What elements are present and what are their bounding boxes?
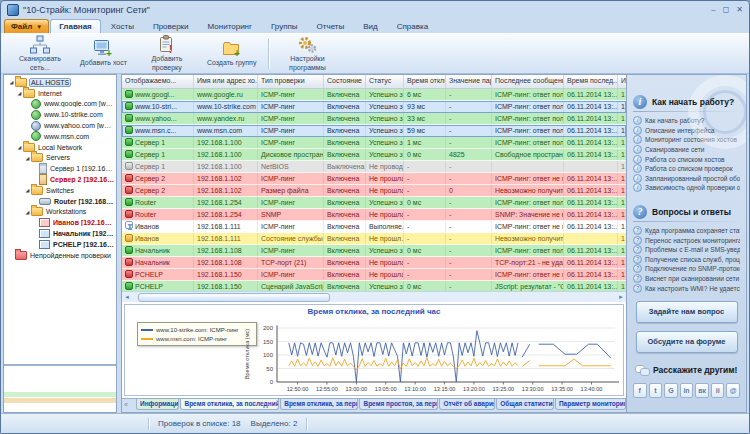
forum-button[interactable]: Обсудите на форуме [636, 331, 738, 353]
horizontal-scrollbar[interactable]: ◄ ► [122, 291, 626, 302]
help-link[interactable]: ?Получение списка служб, процессов... [633, 255, 740, 265]
tree-item-14[interactable]: Иванов [192.168.1.111] [6, 217, 116, 228]
column-header-1[interactable]: Отображаемо... [122, 75, 194, 88]
help-link[interactable]: ?Куда программа сохраняет статисти... [633, 226, 740, 236]
table-row[interactable]: Сервер 1192.168.1.100ICMP-пингВключенаУс… [122, 137, 626, 149]
table-row[interactable]: Начальник192.168.1.108ICMP-пингВключенаУ… [122, 245, 626, 257]
help-link[interactable]: ?Проблемы с E-mail и SMS-уведомлен... [633, 245, 740, 255]
ask-question-button[interactable]: Задайте нам вопрос [636, 301, 738, 323]
menu-tab-8[interactable]: Справка [388, 19, 437, 33]
table-row[interactable]: www.yahoo...www.yandex.ruICMP-пингВключе… [122, 113, 626, 125]
google-plus-icon[interactable]: G [664, 383, 678, 398]
expander-icon[interactable]: ◢ [16, 90, 23, 96]
cell: Иванов [122, 233, 194, 244]
odnoklassniki-icon[interactable]: ii [711, 383, 725, 398]
linkedin-icon[interactable]: in [680, 383, 694, 398]
menu-tab-2[interactable]: Хосты [102, 19, 143, 33]
table-row[interactable]: Router192.168.1.254ICMP-пингВключенаУспе… [122, 197, 626, 209]
tree-item-11[interactable]: ◢Switches [6, 185, 116, 196]
toolbar-button-scan-network[interactable]: Сканировать сеть... [7, 36, 73, 72]
bottom-tab-2[interactable]: Время отклика, за последний час [180, 399, 279, 410]
toolbar-button-add-host[interactable]: +Добавить хост [73, 36, 134, 72]
expander-icon[interactable]: ◢ [8, 79, 15, 85]
menu-tab-5[interactable]: Группы [262, 19, 307, 33]
help-link[interactable]: iЗапланированный простой оборудов... [633, 174, 740, 184]
bottom-tab-7[interactable]: Параметр мониторинга [555, 399, 626, 410]
minimize-button[interactable]: – [711, 5, 715, 14]
bottom-tab-1[interactable]: Информация [136, 399, 179, 410]
column-header-9[interactable]: Время послед... [564, 75, 618, 88]
info-bullet-icon: i [633, 164, 642, 173]
column-header-7[interactable]: Значение пар... [446, 75, 492, 88]
menu-tab-1[interactable]: Главная [50, 19, 101, 33]
tree-item-3[interactable]: www.google.com [www.google.ru] [6, 99, 116, 110]
column-header-10[interactable]: И [618, 75, 626, 88]
tree-item-8[interactable]: ◢Servers [6, 153, 116, 164]
column-header-2[interactable]: Имя или адрес хо... [194, 75, 258, 88]
table-row[interactable]: Иванов192.168.1.111ICMP-пингВключенаВыпо… [122, 221, 626, 233]
table-row[interactable]: PCHELP192.168.1.150ICMP-пингВключенаНе п… [122, 269, 626, 281]
file-menu-button[interactable]: Файл ▼ [4, 19, 49, 33]
close-button[interactable]: ✕ [736, 5, 743, 14]
menu-tab-6[interactable]: Отчеты [308, 19, 354, 33]
table-row[interactable]: Сервер 2192.168.1.102ICMP-пингВключенаНе… [122, 173, 626, 185]
help-link[interactable]: ?Как настроить WMI? Не удается нас... [633, 283, 740, 293]
help-link[interactable]: ?Виснет при сканировании сети с вк... [633, 274, 740, 284]
menu-tab-4[interactable]: Мониторинг [199, 19, 261, 33]
twitter-icon[interactable]: t [649, 383, 663, 398]
table-row[interactable]: Сервер 1192.168.1.100NetBIOSВыключенаНе … [122, 161, 626, 173]
expander-icon[interactable]: ◢ [16, 144, 23, 150]
table-row[interactable]: www.googl...www.google.ruICMP-пингВключе… [122, 89, 626, 101]
table-row[interactable]: PCHELP192.168.1.150Сценарий JavaScriptВк… [122, 281, 626, 291]
scroll-left-icon[interactable]: ◄ [122, 293, 132, 302]
facebook-icon[interactable]: f [633, 383, 647, 398]
table-row[interactable]: Начальник192.168.1.108TCP-порт (21)Включ… [122, 257, 626, 269]
table-row[interactable]: Иванов192.168.1.111Состояние службыВключ… [122, 233, 626, 245]
bottom-tab-6[interactable]: Общая статистика [496, 399, 554, 410]
help-link[interactable]: iРабота со списком хостов [633, 154, 740, 164]
column-header-4[interactable]: Состояние [324, 75, 366, 88]
table-row[interactable]: www.10-stri...www.10-strike.comICMP-пинг… [122, 101, 626, 113]
help-link[interactable]: ?Подключение по SNMP-протоколу [633, 264, 740, 274]
expander-icon[interactable]: ◢ [24, 187, 31, 193]
toolbar-button-create-group[interactable]: +Создать группу [200, 36, 264, 72]
collapse-panel-icon[interactable]: « [124, 401, 128, 409]
menu-tab-7[interactable]: Вид [354, 19, 386, 33]
column-header-3[interactable]: Тип проверки [258, 75, 324, 88]
column-header-5[interactable]: Статус [366, 75, 404, 88]
expander-icon[interactable]: ◢ [24, 155, 31, 161]
tree-item-5[interactable]: www.yahoo.com [www.yandex.ru] [6, 120, 116, 131]
tree-item-9[interactable]: Сервер 1 [192.168.1.100] [6, 163, 116, 174]
scroll-right-icon[interactable]: ► [616, 293, 626, 302]
tree-item-2[interactable]: ◢Internet [6, 88, 116, 99]
vk-icon[interactable]: вк [695, 383, 709, 398]
tree-item-4[interactable]: www.10-strike.com [6, 109, 116, 120]
column-header-6[interactable]: Время отклика [404, 75, 446, 88]
tree-item-16[interactable]: PCHELP [192.168.1.150] [6, 239, 116, 250]
scrollbar-thumb[interactable] [138, 293, 330, 302]
menu-tab-3[interactable]: Проверки [144, 19, 198, 33]
tree-item-17[interactable]: Непройденные проверки [6, 250, 116, 261]
table-row[interactable]: www.msn.c...www.msn.comICMP-пингВключена… [122, 125, 626, 137]
table-row[interactable]: Сервер 2192.168.1.102Размер файлаВключен… [122, 185, 626, 197]
column-header-8[interactable]: Последнее сообщение [492, 75, 564, 88]
tree-item-12[interactable]: Router [192.168.1.254] [6, 196, 116, 207]
table-row[interactable]: Сервер 1192.168.1.100Дисковое пространст… [122, 149, 626, 161]
toolbar-button-settings[interactable]: Настройки программы [274, 36, 340, 72]
toolbar-button-add-check[interactable]: !Добавить проверку [134, 36, 200, 72]
bottom-tab-4[interactable]: Время простоя, за период [359, 399, 438, 410]
expander-icon[interactable]: ◢ [24, 209, 31, 215]
bottom-tab-5[interactable]: Отчёт об авариях [439, 399, 495, 410]
table-row[interactable]: Router192.168.1.254SNMPВключенаНе прошла… [122, 209, 626, 221]
maximize-button[interactable]: ◻ [723, 5, 730, 14]
bottom-tab-3[interactable]: Время отклика, за период [280, 399, 358, 410]
email-icon[interactable]: @ [726, 383, 740, 398]
help-link[interactable]: iЗависимость одной проверки от дру... [633, 183, 740, 193]
tree-item-13[interactable]: ◢Workstations [6, 207, 116, 218]
tree-item-10[interactable]: Сервер 2 [192.168.1.102] [6, 174, 116, 185]
cell: Сервер 1 [122, 137, 194, 148]
help-link[interactable]: iРабота со списком проверок [633, 164, 740, 174]
tree-item-15[interactable]: Начальник [192.168.1.108] [6, 228, 116, 239]
help-link[interactable]: ?Перенос настроек мониторинга на д... [633, 235, 740, 245]
tree-item-7[interactable]: ◢Local Network [6, 142, 116, 153]
